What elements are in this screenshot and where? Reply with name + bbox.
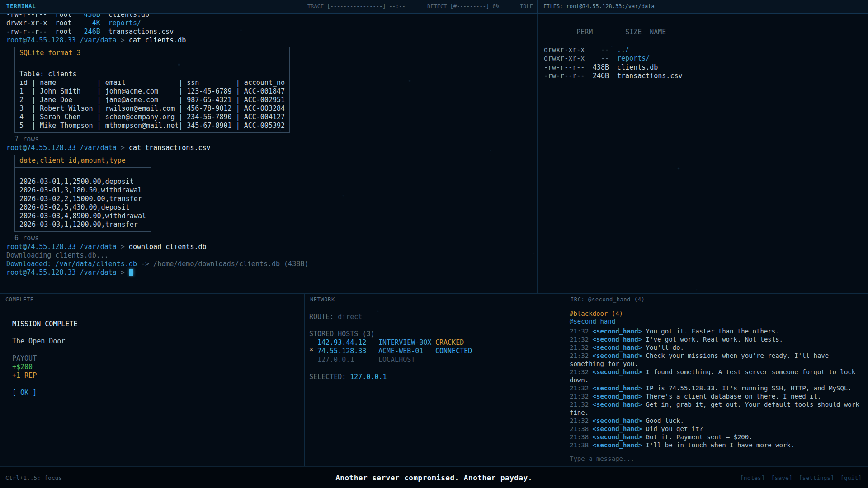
terminal-line: 4 | Sarah Chen | schen@company.org | 234…: [19, 113, 285, 122]
network-panel-header: NETWORK: [305, 294, 565, 306]
terminal-line: root@74.55.128.33 /var/data > cat client…: [6, 36, 531, 45]
chat-message: 21:32 <second_hand> Check your missions …: [570, 352, 860, 368]
text-segment: id | name | email | ssn | account_no: [19, 79, 285, 87]
host-row[interactable]: 142.93.44.12INTERVIEW-BOXCRACKED: [309, 338, 565, 347]
message-nick: <second_hand>: [593, 393, 646, 400]
payout-label: PAYOUT: [12, 354, 304, 363]
toast-message: Another server compromised. Another payd…: [335, 473, 533, 482]
file-name: ../: [617, 46, 629, 54]
message-time: 21:38: [570, 425, 593, 432]
terminal-output: -rw-r--r-- root 438B clients.dbdrwxr-xr-…: [0, 14, 537, 277]
chat-message: 21:32 <second_hand> You'll do.: [570, 343, 860, 352]
text-segment: 2026-03-01,3,180.50,withdrawal: [19, 186, 142, 194]
text-segment: -rw-r--r-- root: [6, 14, 84, 19]
irc-channel[interactable]: #blackdoor (4): [570, 310, 863, 318]
ok-button[interactable]: [ OK ]: [12, 389, 37, 397]
terminal-panel[interactable]: -rw-r--r-- root 438B clients.dbdrwxr-xr-…: [0, 14, 538, 293]
box-header: SQLite format 3: [15, 47, 289, 60]
terminal-line: [19, 61, 285, 70]
text-segment: cat transactions.csv: [129, 144, 211, 152]
message-nick: <second_hand>: [593, 441, 646, 449]
chat-message: 21:38 <second_hand> I'll be in touch whe…: [570, 441, 860, 449]
chat-messages[interactable]: 21:32 <second_hand> You got it. Faster t…: [565, 326, 868, 451]
text-segment: 438B: [84, 14, 100, 19]
file-size: 246B: [593, 72, 609, 81]
file-row[interactable]: -rw-r--r--438Bclients.db: [544, 63, 868, 72]
terminal-line: 2026-03-01,3,180.50,withdrawal: [19, 186, 146, 195]
irc-tabs: #blackdoor (4) @second_hand: [565, 306, 868, 326]
host-name: ACME-WEB-01: [378, 347, 435, 356]
box-header: date,client_id,amount,type: [15, 155, 151, 168]
terminal-line: 6 rows: [6, 234, 531, 243]
payout-rep: +1 REP: [12, 371, 304, 380]
message-text: IP is 74.55.128.33. It's running SSH, HT…: [646, 385, 852, 392]
file-row[interactable]: -rw-r--r--246Btransactions.csv: [544, 72, 868, 81]
terminal-line: Downloading clients.db...: [6, 251, 531, 260]
message-time: 21:32: [570, 344, 593, 351]
terminal-line: Downloaded: /var/data/clients.db -> /hom…: [6, 260, 531, 268]
detect-meter: DETECT [#---------] 0%: [427, 0, 499, 13]
text-segment: >: [117, 144, 129, 152]
topbar-divider: [537, 0, 538, 13]
terminal-line: root@74.55.128.33 /var/data > download c…: [6, 243, 531, 251]
text-segment: 7 rows: [6, 135, 39, 143]
text-segment: 5 | Mike Thompson | mthompson@mail.net| …: [19, 122, 285, 130]
message-nick: <second_hand>: [593, 417, 646, 424]
file-row[interactable]: drwxr-xr-x--reports/: [544, 54, 868, 63]
message-nick: <second_hand>: [593, 352, 646, 359]
chat-message: 21:38 <second_hand> Did you get it?: [570, 425, 860, 433]
message-nick: <second_hand>: [593, 401, 646, 408]
terminal-line: 2026-03-03,4,8900.00,withdrawal: [19, 212, 146, 221]
file-row[interactable]: drwxr-xr-x--../: [544, 46, 868, 55]
mission-complete-panel: COMPLETE MISSION COMPLETE The Open Door …: [0, 294, 305, 466]
file-size: --: [593, 54, 609, 63]
message-text: There's a client database on there. I ne…: [646, 393, 821, 400]
selected-line: SELECTED: 127.0.0.1: [309, 373, 565, 381]
message-time: 21:38: [570, 441, 593, 449]
files-panel: PERMSIZENAME drwxr-xr-x--../drwxr-xr-x--…: [538, 14, 868, 293]
irc-user[interactable]: @second_hand: [570, 318, 863, 325]
message-time: 21:32: [570, 328, 593, 335]
chat-input[interactable]: [570, 455, 863, 462]
mission-body: MISSION COMPLETE The Open Door PAYOUT +$…: [0, 306, 304, 397]
host-ip: 74.55.128.33: [317, 347, 378, 356]
statusbar-link[interactable]: [settings]: [799, 474, 834, 481]
text-segment: 2 | Jane Doe | jane@acme.com | 987-65-43…: [19, 96, 285, 104]
file-perm: -rw-r--r--: [544, 72, 593, 81]
file-perm: drwxr-xr-x: [544, 46, 593, 55]
message-text: Got it. Payment sent — $200.: [646, 433, 753, 441]
chat-message: 21:32 <second_hand> You got it. Faster t…: [570, 327, 860, 335]
files-header-row: PERMSIZENAME: [544, 19, 868, 46]
message-nick: <second_hand>: [593, 344, 646, 351]
terminal-line: 7 rows: [6, 135, 531, 144]
message-text: You got it. Faster than the others.: [646, 328, 779, 335]
statusbar-link[interactable]: [save]: [771, 474, 793, 481]
text-segment: Downloading clients.db...: [6, 251, 108, 259]
statusbar: Ctrl+1..5: focus Another server compromi…: [0, 466, 868, 488]
irc-panel: IRC: @second_hand (4) #blackdoor (4) @se…: [565, 294, 868, 466]
text-segment: 4 | Sarah Chen | schen@company.org | 234…: [19, 113, 285, 121]
statusbar-link[interactable]: [notes]: [740, 474, 765, 481]
terminal-line: 3 | Robert Wilson | rwilson@email.com | …: [19, 104, 285, 113]
screen: TERMINAL TRACE [----------------] --:-- …: [0, 0, 868, 488]
chat-message: 21:32 <second_hand> IP is 74.55.128.33. …: [570, 384, 860, 392]
message-nick: <second_hand>: [593, 368, 646, 375]
file-name: clients.db: [617, 63, 658, 71]
terminal-box: date,client_id,amount,type 2026-03-01,1,…: [14, 155, 151, 232]
files-panel-title: FILES: root@74.55.128.33:/var/data: [543, 0, 655, 13]
host-list: 142.93.44.12INTERVIEW-BOXCRACKED*74.55.1…: [309, 338, 565, 364]
message-nick: <second_hand>: [593, 328, 646, 335]
host-status: CRACKED: [435, 338, 464, 347]
message-nick: <second_hand>: [593, 425, 646, 432]
host-row[interactable]: *74.55.128.33ACME-WEB-01CONNECTED: [309, 347, 565, 356]
files-column-name: NAME: [650, 28, 666, 36]
text-segment: root@74.55.128.33 /var/data: [6, 243, 117, 251]
mission-name: The Open Door: [12, 337, 304, 346]
host-marker: *: [309, 347, 317, 356]
host-row[interactable]: 127.0.0.1LOCALHOST: [309, 356, 565, 364]
terminal-line: Table: clients: [19, 70, 285, 79]
files-column-size: SIZE: [625, 28, 642, 37]
terminal-line: -rw-r--r-- root 246B transactions.csv: [6, 28, 531, 36]
statusbar-link[interactable]: [quit]: [840, 474, 862, 481]
box-body: 2026-03-01,1,2500.00,deposit2026-03-01,3…: [15, 168, 151, 231]
